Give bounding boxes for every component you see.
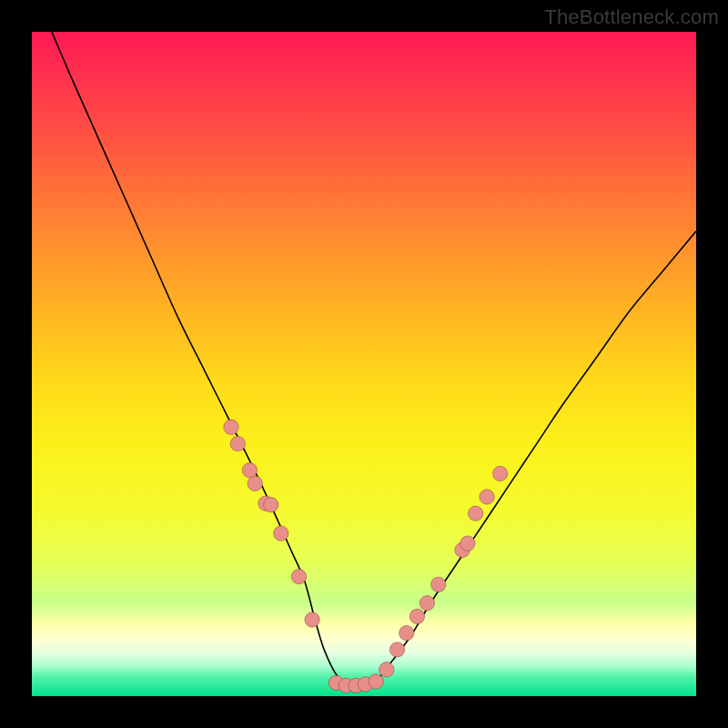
data-point [224, 420, 238, 434]
data-point [264, 498, 278, 512]
data-point [492, 466, 507, 480]
data-point [305, 612, 319, 627]
data-point [460, 536, 475, 551]
data-point [248, 476, 262, 490]
plot-area [32, 32, 696, 696]
data-point [379, 662, 394, 677]
watermark-label: TheBottleneck.com [544, 5, 719, 29]
data-point [480, 490, 494, 504]
data-point [410, 609, 424, 623]
chart-svg [32, 32, 696, 696]
data-point [389, 642, 404, 657]
data-point [468, 506, 482, 521]
data-point [242, 463, 257, 478]
data-point [420, 596, 434, 611]
data-point [369, 674, 383, 689]
chart-frame: TheBottleneck.com [0, 0, 728, 728]
data-point [230, 436, 245, 450]
data-point [274, 526, 288, 541]
data-point [291, 569, 306, 583]
data-point [399, 625, 414, 640]
data-point [431, 577, 446, 592]
dots-group [224, 420, 508, 693]
curve-path [52, 32, 696, 687]
